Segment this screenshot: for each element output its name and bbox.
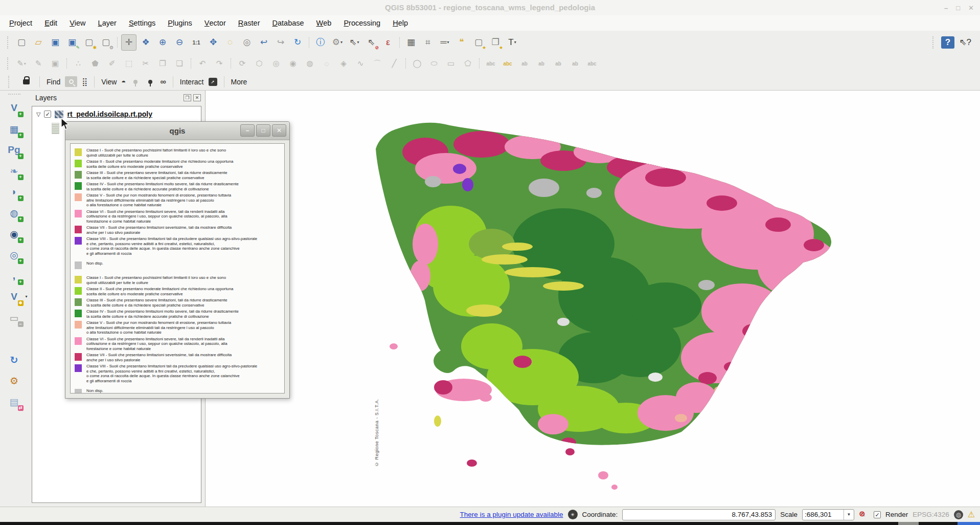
link-views-icon[interactable]: ∞ — [160, 77, 166, 86]
maximize-button[interactable]: □ — [956, 4, 960, 12]
keypad-button[interactable]: ⣿ — [82, 77, 87, 86]
menu-item[interactable]: Plugins — [162, 15, 198, 31]
open-project-button[interactable]: ▱ — [31, 34, 46, 51]
toolbar-grip[interactable] — [7, 36, 10, 49]
pan-to-selection-button[interactable]: ❖ — [138, 34, 153, 51]
dialog-minimize-button[interactable]: – — [240, 124, 255, 137]
db-manager-button[interactable]: ▤ ⇄ — [6, 393, 22, 410]
map-tips-button[interactable]: ❝ — [454, 34, 469, 51]
statistical-summary-button[interactable]: ⌗ — [420, 34, 436, 51]
more-label[interactable]: More — [231, 78, 247, 86]
zoom-to-selection-button[interactable]: ◌ — [222, 34, 238, 51]
menu-item[interactable]: Vector — [198, 15, 232, 31]
menu-item[interactable]: View — [63, 15, 92, 31]
remove-layer-button[interactable]: ▭ – — [6, 310, 22, 326]
add-wms-layer-button[interactable]: ◍ + — [6, 205, 22, 221]
add-vector-layer-button[interactable]: V + — [6, 100, 22, 116]
zoom-to-layer-button[interactable]: ◎ — [239, 34, 255, 51]
menu-item[interactable]: Settings — [123, 15, 162, 31]
close-button[interactable]: ✕ — [968, 4, 974, 12]
plugin-icon[interactable]: ✳ — [568, 510, 578, 519]
attribute-table-button[interactable]: ▦ — [403, 34, 419, 51]
identify-features-button[interactable]: ⓘ — [313, 34, 328, 51]
panel-float-button[interactable]: ❐ — [184, 94, 191, 101]
menu-item[interactable]: Layer — [92, 15, 123, 31]
view-display-icon[interactable]: ◓ — [121, 77, 126, 86]
scale-combo[interactable]: :686,301 ▼ — [802, 509, 854, 520]
layer-row[interactable]: ▽ ✓ rt_pedol.idsoilcap.rt.poly — [32, 106, 201, 119]
coordinate-input[interactable]: 8.767,43.853 — [622, 509, 776, 520]
zoom-out-button[interactable]: ⊖ — [172, 34, 187, 51]
scale-lock-icon[interactable]: ✎⊘ — [859, 510, 869, 520]
new-project-button[interactable]: ▢ — [14, 34, 29, 51]
map-canvas[interactable]: © Regione Toscana - S.I.T.A. — [206, 91, 980, 507]
export-view-icon[interactable]: ➚ — [209, 78, 217, 86]
zoom-native-button[interactable]: 1:1 — [189, 34, 204, 51]
zoom-full-button[interactable]: ✥ — [206, 34, 221, 51]
composer-manager-button[interactable]: ▢ ⚙ — [98, 34, 113, 51]
toolbar-grip[interactable] — [7, 57, 10, 70]
layer-name[interactable]: rt_pedol.idsoilcap.rt.poly — [67, 110, 152, 118]
search-tools-button[interactable]: ⚙ — [6, 373, 22, 389]
add-circle-button: ◯ — [409, 56, 425, 71]
render-checkbox[interactable]: ✓ — [874, 511, 881, 518]
layer-toolbar-button[interactable] — [6, 331, 22, 347]
menu-item[interactable]: Project — [3, 15, 38, 31]
dialog-title-bar[interactable]: qgis –□✕ — [65, 122, 289, 140]
add-wfs-layer-button[interactable]: ◎ + — [6, 247, 22, 263]
menu-item[interactable]: Edit — [38, 15, 63, 31]
menu-item[interactable]: Database — [266, 15, 310, 31]
toolbar-button[interactable] — [307, 34, 311, 51]
zoom-next-button[interactable]: ↪ — [273, 34, 288, 51]
legend-dialog[interactable]: qgis –□✕ Classe I - Suoli che presentano… — [65, 121, 290, 399]
panel-close-button[interactable]: ✕ — [193, 94, 201, 101]
log-messages-icon[interactable]: ⚠ — [968, 510, 975, 519]
menu-item[interactable]: Processing — [337, 15, 386, 31]
add-oracle-layer-button[interactable]: , + — [6, 268, 22, 284]
pin-icon[interactable] — [148, 80, 152, 84]
select-by-expression-button[interactable]: ε — [380, 34, 396, 51]
pan-map-button[interactable]: ✛ — [121, 34, 136, 51]
dialog-close-button[interactable]: ✕ — [272, 124, 286, 137]
layer-visibility-checkbox[interactable]: ✓ — [44, 111, 51, 118]
add-spatialite-layer-button[interactable]: ❧ + — [6, 163, 22, 179]
refresh-map-button[interactable]: ↻ — [290, 34, 305, 51]
expander-icon[interactable]: ▽ — [36, 111, 40, 118]
add-mssql-layer-button[interactable]: ◗ + — [6, 184, 22, 200]
crs-status-icon[interactable]: ◍ — [954, 510, 963, 519]
measure-button[interactable]: ═ ▾ — [437, 34, 452, 51]
toolbar-grip[interactable] — [932, 36, 936, 49]
deselect-features-button[interactable]: ⇖ ⊘ — [363, 34, 379, 51]
show-bookmarks-button[interactable]: ❐ ★ — [488, 34, 503, 51]
new-bookmark-button[interactable]: ▢ ★ — [471, 34, 486, 51]
menu-item[interactable]: Help — [386, 15, 414, 31]
toolbar-grip[interactable] — [8, 94, 20, 95]
minimize-button[interactable]: – — [944, 4, 948, 12]
save-project-button[interactable]: ▣ — [48, 34, 63, 51]
run-feature-action-button[interactable]: ⚙ ▾ — [330, 34, 345, 51]
new-composer-button[interactable]: ▢ ✱ — [81, 34, 97, 51]
new-shapefile-layer-button[interactable]: V ✱ ▾ — [6, 289, 22, 305]
text-annotation-button[interactable]: T ▾ — [505, 34, 520, 51]
save-project-as-button[interactable]: ▣ ✎ — [64, 34, 80, 51]
lock-icon[interactable] — [23, 79, 30, 84]
reload-plugins-button[interactable]: ↻ — [6, 352, 22, 368]
find-search-button[interactable] — [65, 76, 77, 87]
select-features-button[interactable]: ⇖ ▾ — [347, 34, 362, 51]
add-postgis-layer-button[interactable]: Pg + — [6, 142, 22, 158]
add-wcs-layer-button[interactable]: ◉ + — [6, 226, 22, 242]
chevron-down-icon[interactable]: ▼ — [844, 510, 854, 520]
zoom-last-button[interactable]: ↩ — [256, 34, 271, 51]
plugin-update-link[interactable]: There is a plugin update available — [460, 511, 563, 518]
help-button[interactable]: ? — [941, 36, 954, 49]
add-raster-layer-button[interactable]: ▦ + — [6, 121, 22, 137]
toolbar-button[interactable] — [397, 34, 402, 51]
toolbar-button[interactable] — [115, 34, 120, 51]
add-pin-icon[interactable] — [133, 80, 138, 84]
menu-item[interactable]: Raster — [232, 15, 266, 31]
menu-item[interactable]: Web — [310, 15, 338, 31]
toolbar-grip[interactable] — [8, 76, 11, 88]
whats-this-button[interactable]: ⇖? — [958, 34, 973, 51]
dialog-maximize-button[interactable]: □ — [256, 124, 270, 137]
zoom-in-button[interactable]: ⊕ — [155, 34, 170, 51]
